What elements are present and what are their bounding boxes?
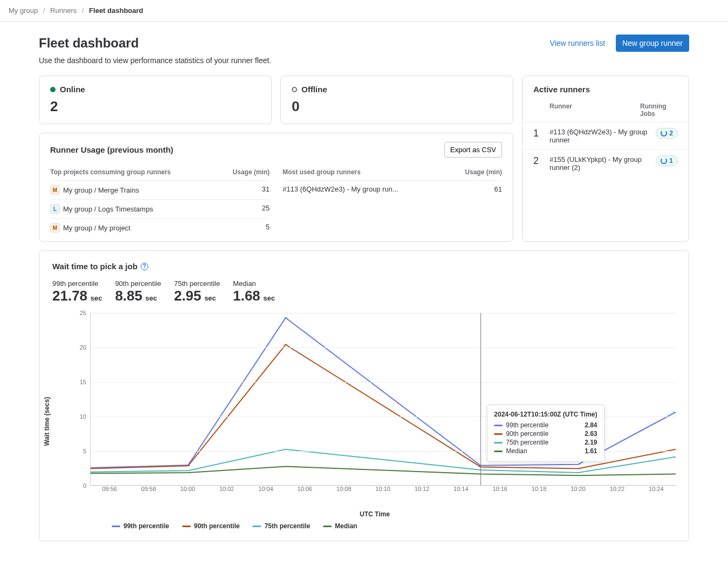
legend-label: 75th percentile — [264, 522, 310, 530]
usage-title: Runner Usage (previous month) — [50, 145, 173, 154]
x-tick: 10:12 — [415, 486, 430, 492]
running-jobs-badge[interactable]: 2 — [656, 128, 678, 139]
legend-swatch — [252, 526, 261, 527]
top-projects-table: Top projects consuming group runnersUsag… — [50, 164, 270, 237]
offline-card: Offline 0 — [280, 76, 513, 124]
spinner-icon — [661, 130, 667, 137]
help-icon[interactable]: ? — [141, 263, 148, 270]
x-tick: 09:58 — [141, 486, 156, 492]
new-group-runner-button[interactable]: New group runner — [616, 35, 689, 52]
chart-hover-line — [480, 313, 481, 485]
usage-value: 25 — [262, 204, 270, 214]
active-runners-title: Active runners — [523, 85, 689, 98]
percentile-unit: sec — [88, 294, 102, 302]
svg-point-19 — [186, 473, 190, 473]
wait-time-chart-card: Wait time to pick a job ? 99th percentil… — [39, 250, 689, 541]
runner-name[interactable]: #155 (ULkKYpkpt) - My group runner (2) — [550, 155, 651, 172]
legend-swatch — [182, 526, 191, 527]
legend-label: 90th percentile — [194, 522, 240, 530]
usage-card: Runner Usage (previous month) Export as … — [39, 133, 513, 242]
page-title: Fleet dashboard — [39, 36, 139, 51]
x-tick: 09:56 — [102, 486, 117, 492]
legend-item[interactable]: Median — [323, 522, 357, 530]
usage-value: 5 — [266, 223, 270, 233]
legend-item[interactable]: 75th percentile — [252, 522, 310, 530]
running-jobs-badge[interactable]: 1 — [656, 155, 678, 166]
table-row: MMy group / Merge Trains31 — [50, 181, 270, 200]
x-tick: 10:04 — [258, 486, 273, 492]
active-runners-card: Active runners Runner Running Jobs 1#113… — [522, 76, 689, 242]
y-tick: 5 — [83, 448, 86, 454]
chart-plot[interactable]: 05101520252024-06-12T10:15:00Z (UTC Time… — [90, 313, 676, 486]
page-subtitle: Use the dashboard to view performance st… — [39, 56, 689, 65]
percentile-stat: 75th percentile2.95 sec — [174, 279, 220, 304]
y-tick: 0 — [83, 482, 86, 489]
legend-label: 99th percentile — [123, 522, 169, 530]
project-avatar: M — [50, 185, 60, 195]
export-csv-button[interactable]: Export as CSV — [444, 142, 502, 158]
percentile-stat: 99th percentile21.78 sec — [52, 279, 102, 304]
legend-swatch — [323, 526, 332, 527]
x-tick: 10:24 — [649, 486, 664, 492]
online-dot-icon — [50, 87, 56, 92]
legend-swatch — [112, 526, 120, 527]
chart-xlabel: UTC Time — [74, 510, 676, 518]
percentile-value: 8.85 — [115, 288, 142, 304]
x-tick: 10:06 — [297, 486, 312, 492]
x-tick: 10:08 — [336, 486, 352, 492]
legend-label: Median — [335, 522, 357, 530]
online-label: Online — [60, 85, 85, 94]
y-tick: 15 — [80, 379, 86, 385]
percentile-stat: Median1.68 sec — [233, 279, 275, 304]
svg-point-5 — [674, 412, 676, 412]
legend-item[interactable]: 99th percentile — [112, 522, 169, 530]
project-name[interactable]: My group / My project — [63, 224, 131, 232]
percentile-label: Median — [233, 279, 275, 288]
x-tick: 10:20 — [571, 486, 586, 492]
usage-value: 61 — [495, 185, 502, 193]
percentile-value: 1.68 — [233, 288, 260, 304]
project-avatar: M — [50, 223, 60, 233]
th-usage: Usage (min) — [232, 168, 270, 176]
project-name[interactable]: My group / Merge Trains — [63, 186, 139, 194]
legend-item[interactable]: 90th percentile — [182, 522, 240, 530]
y-tick: 25 — [80, 310, 86, 316]
breadcrumb-runners[interactable]: Runners — [50, 6, 77, 15]
most-used-runners-table: Most used group runnersUsage (min) #113 … — [283, 164, 502, 237]
breadcrumb-sep: / — [43, 6, 45, 15]
th-projects: Top projects consuming group runners — [50, 168, 171, 176]
online-value: 2 — [50, 98, 260, 115]
table-row: 2#155 (ULkKYpkpt) - My group runner (2)1 — [523, 149, 689, 177]
row-index: 1 — [533, 128, 550, 139]
chart-tooltip: 2024-06-12T10:15:00Z (UTC Time)99th perc… — [487, 405, 604, 462]
percentile-label: 90th percentile — [115, 279, 161, 288]
chart-title: Wait time to pick a job — [52, 262, 138, 271]
view-runners-link[interactable]: View runners list — [550, 39, 605, 47]
runner-name[interactable]: #113 (6QHdzW2e3) - My group runner — [550, 128, 651, 144]
runner-name[interactable]: #113 (6QHdzW2e3) - My group run... — [283, 185, 399, 193]
svg-point-10 — [576, 468, 581, 469]
offline-value: 0 — [292, 98, 502, 115]
table-row: MMy group / My project5 — [50, 219, 270, 237]
breadcrumb-sep: / — [82, 6, 84, 15]
th-runners: Most used group runners — [283, 168, 361, 176]
svg-point-4 — [576, 464, 581, 465]
x-tick: 10:14 — [454, 486, 469, 492]
x-tick: 10:02 — [219, 486, 235, 492]
svg-point-22 — [576, 475, 581, 476]
offline-label: Offline — [301, 85, 327, 94]
x-tick: 10:00 — [180, 486, 195, 492]
offline-dot-icon — [292, 87, 297, 92]
breadcrumb-group[interactable]: My group — [9, 6, 38, 15]
svg-point-8 — [283, 344, 288, 345]
svg-point-20 — [283, 466, 288, 467]
percentile-label: 99th percentile — [52, 279, 102, 288]
th-running-jobs: Running Jobs — [640, 103, 678, 118]
project-name[interactable]: My group / Logs Timestamps — [63, 205, 153, 213]
y-tick: 10 — [80, 413, 86, 420]
x-tick: 10:22 — [610, 486, 625, 492]
row-index: 2 — [533, 155, 550, 167]
x-tick: 10:18 — [532, 486, 547, 492]
percentile-unit: sec — [143, 294, 157, 302]
breadcrumb-current: Fleet dashboard — [89, 6, 143, 15]
